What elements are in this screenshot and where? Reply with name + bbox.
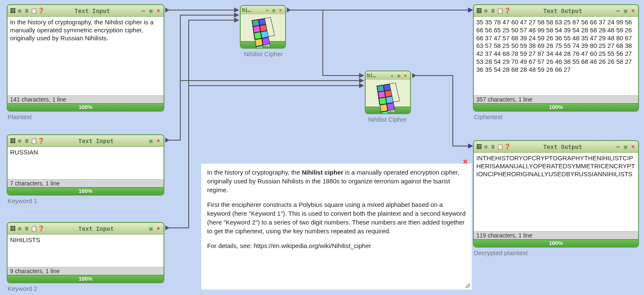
presentation-icon[interactable]: 🖼 bbox=[9, 8, 16, 14]
minimize-icon[interactable]: — bbox=[140, 8, 147, 14]
close-icon[interactable]: ✖ bbox=[630, 144, 636, 150]
presentation-icon[interactable]: 🖼 bbox=[9, 138, 16, 144]
cipher-icon-area bbox=[241, 14, 285, 41]
panel-label-decrypted: Decrypted plaintext bbox=[474, 249, 527, 256]
gear-icon[interactable]: ⚙ bbox=[16, 138, 23, 144]
text-output-area[interactable]: INTHEHISTORYOFCRYPTOGRAPHYTHENIHILISTCIP… bbox=[474, 153, 638, 231]
cipher-header[interactable]: Ni… ▫ ▣ ✖ bbox=[366, 71, 410, 80]
clipboard-icon[interactable]: 📋 bbox=[31, 8, 37, 14]
gear-icon[interactable]: ⚙ bbox=[483, 8, 489, 14]
text-input-area[interactable]: NIHILISTS bbox=[8, 235, 164, 267]
info-paragraph-2: First the encipherer constructs a Polybi… bbox=[207, 200, 466, 235]
menu-icon[interactable]: ≡ bbox=[23, 8, 30, 14]
panel-title: Text Output bbox=[511, 8, 615, 14]
cipher-icon-area bbox=[366, 80, 410, 107]
cipher-header[interactable]: Ni… ▫ ▣ ✖ bbox=[241, 6, 285, 14]
close-icon[interactable]: ✖ bbox=[155, 8, 162, 14]
status-bar: 7 characters, 1 line bbox=[8, 179, 164, 187]
help-icon[interactable]: ❓ bbox=[38, 8, 44, 14]
panel-ciphertext[interactable]: 🖼 ⚙ ≡ 📋 ❓ Text Output — ▣ ✖ 35 35 78 47 … bbox=[473, 4, 639, 112]
maximize-icon[interactable]: ▣ bbox=[270, 7, 277, 13]
close-icon[interactable]: ✖ bbox=[402, 72, 409, 79]
help-icon[interactable]: ❓ bbox=[504, 144, 511, 150]
panel-header[interactable]: 🖼 ⚙ ≡ 📋 ❓ Text Output — ▣ ✖ bbox=[474, 141, 638, 153]
minimize-icon[interactable]: — bbox=[615, 144, 621, 150]
info-bold: Nihilist cipher bbox=[302, 169, 343, 176]
progress-bar: 100% bbox=[474, 239, 638, 247]
output-port[interactable] bbox=[165, 138, 169, 143]
resize-grip-icon[interactable] bbox=[465, 283, 470, 288]
polybius-square-icon bbox=[252, 17, 275, 39]
cipher-label-1: Nihilist Cipher bbox=[244, 50, 283, 57]
panel-label-plaintext: Plaintext bbox=[8, 113, 32, 120]
progress-bar: 100% bbox=[474, 103, 638, 111]
maximize-icon[interactable]: ▣ bbox=[148, 138, 154, 144]
info-paragraph-3: For details, see: https://en.wikipedia.o… bbox=[207, 241, 466, 250]
clipboard-icon[interactable]: 📋 bbox=[497, 8, 504, 14]
output-port[interactable] bbox=[412, 73, 416, 78]
panel-title: Text Output bbox=[511, 144, 615, 150]
menu-icon[interactable]: ≡ bbox=[23, 138, 30, 144]
panel-header[interactable]: 🖼 ⚙ ≡ 📋 ❓ Text Output — ▣ ✖ bbox=[474, 5, 638, 17]
text-input-area[interactable]: In the history of cryptography, the Nihi… bbox=[8, 17, 164, 95]
menu-icon[interactable]: ≡ bbox=[490, 144, 496, 150]
output-port[interactable] bbox=[287, 8, 291, 13]
panel-title: Text Input bbox=[44, 8, 140, 14]
output-port[interactable] bbox=[165, 225, 169, 230]
presentation-icon[interactable]: 🖼 bbox=[475, 144, 482, 150]
minimize-icon[interactable]: ▫ bbox=[389, 72, 395, 79]
panel-keyword1[interactable]: 🖼 ⚙ ≡ 📋 ❓ Text Input ▣ ✖ RUSSIAN 7 chara… bbox=[7, 134, 164, 196]
text-output-area[interactable]: 35 35 78 47 60 47 27 58 58 63 25 87 56 6… bbox=[474, 17, 638, 95]
help-icon[interactable]: ❓ bbox=[38, 138, 44, 144]
progress-bar: 100% bbox=[8, 275, 164, 282]
help-icon[interactable]: ❓ bbox=[38, 225, 44, 232]
status-bar: 141 characters, 1 line bbox=[8, 95, 164, 103]
info-panel[interactable]: In the history of cryptography, the Nihi… bbox=[201, 164, 472, 290]
info-text: In the history of cryptography, the bbox=[207, 169, 302, 176]
info-close-icon[interactable]: × bbox=[463, 157, 468, 167]
panel-decrypted[interactable]: 🖼 ⚙ ≡ 📋 ❓ Text Output — ▣ ✖ INTHEHISTORY… bbox=[473, 140, 639, 248]
maximize-icon[interactable]: ▣ bbox=[148, 8, 154, 14]
maximize-icon[interactable]: ▣ bbox=[622, 8, 629, 14]
panel-plaintext[interactable]: 🖼 ⚙ ≡ 📋 ❓ Text Input — ▣ ✖ In the histor… bbox=[7, 4, 164, 112]
panel-label-ciphertext: Ciphertext bbox=[474, 113, 502, 120]
status-bar: 357 characters, 1 line bbox=[474, 95, 638, 103]
close-icon[interactable]: ✖ bbox=[155, 225, 162, 232]
cipher-title: Ni… bbox=[242, 7, 264, 13]
maximize-icon[interactable]: ▣ bbox=[395, 72, 402, 79]
menu-icon[interactable]: ≡ bbox=[490, 8, 496, 14]
clipboard-icon[interactable]: 📋 bbox=[497, 144, 504, 150]
info-paragraph-1: In the history of cryptography, the Nihi… bbox=[207, 168, 466, 194]
progress-bar: 100% bbox=[8, 103, 164, 111]
cipher-node-2[interactable]: Ni… ▫ ▣ ✖ 100% bbox=[365, 70, 411, 114]
panel-label-keyword2: Keyword 2 bbox=[8, 285, 37, 292]
close-icon[interactable]: ✖ bbox=[630, 8, 636, 14]
cipher-node-1[interactable]: Ni… ▫ ▣ ✖ 100% bbox=[240, 5, 286, 49]
polybius-square-icon bbox=[377, 83, 400, 104]
panel-header[interactable]: 🖼 ⚙ ≡ 📋 ❓ Text Input — ▣ ✖ bbox=[8, 5, 164, 17]
menu-icon[interactable]: ≡ bbox=[23, 225, 30, 232]
panel-title: Text Input bbox=[44, 225, 148, 232]
gear-icon[interactable]: ⚙ bbox=[16, 8, 23, 14]
clipboard-icon[interactable]: 📋 bbox=[31, 225, 37, 232]
maximize-icon[interactable]: ▣ bbox=[622, 144, 629, 150]
panel-header[interactable]: 🖼 ⚙ ≡ 📋 ❓ Text Input ▣ ✖ bbox=[8, 135, 164, 147]
close-icon[interactable]: ✖ bbox=[277, 7, 284, 13]
close-icon[interactable]: ✖ bbox=[155, 138, 162, 144]
presentation-icon[interactable]: 🖼 bbox=[9, 225, 16, 232]
help-icon[interactable]: ❓ bbox=[504, 8, 511, 14]
gear-icon[interactable]: ⚙ bbox=[483, 144, 489, 150]
minimize-icon[interactable]: — bbox=[615, 8, 621, 14]
panel-header[interactable]: 🖼 ⚙ ≡ 📋 ❓ Text Input ▣ ✖ bbox=[8, 223, 164, 235]
panel-title: Text Input bbox=[44, 138, 148, 144]
progress-bar: 100% bbox=[8, 187, 164, 195]
cipher-title: Ni… bbox=[367, 73, 389, 78]
minimize-icon[interactable]: ▫ bbox=[264, 7, 270, 13]
output-port[interactable] bbox=[165, 8, 169, 13]
text-input-area[interactable]: RUSSIAN bbox=[8, 147, 164, 179]
gear-icon[interactable]: ⚙ bbox=[16, 225, 23, 232]
panel-keyword2[interactable]: 🖼 ⚙ ≡ 📋 ❓ Text Input ▣ ✖ NIHILISTS 9 cha… bbox=[7, 222, 164, 283]
presentation-icon[interactable]: 🖼 bbox=[475, 8, 482, 14]
clipboard-icon[interactable]: 📋 bbox=[31, 138, 37, 144]
maximize-icon[interactable]: ▣ bbox=[148, 225, 154, 232]
